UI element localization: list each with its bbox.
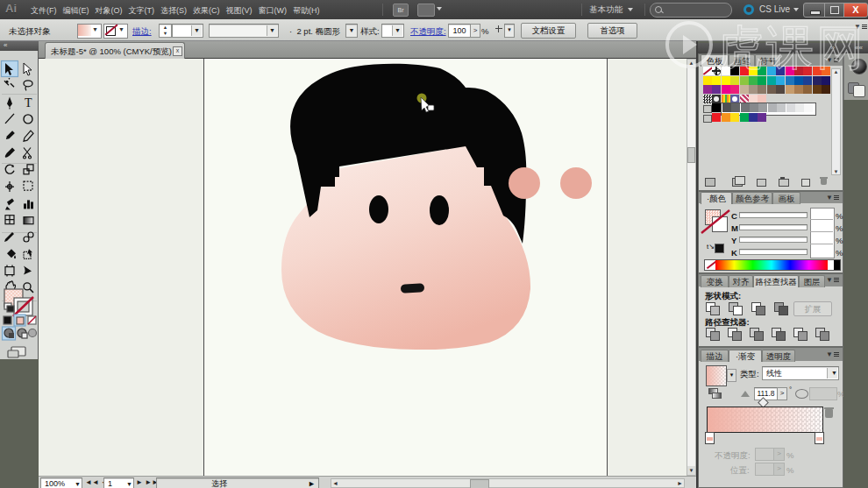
svg-text:T: T xyxy=(25,96,32,110)
